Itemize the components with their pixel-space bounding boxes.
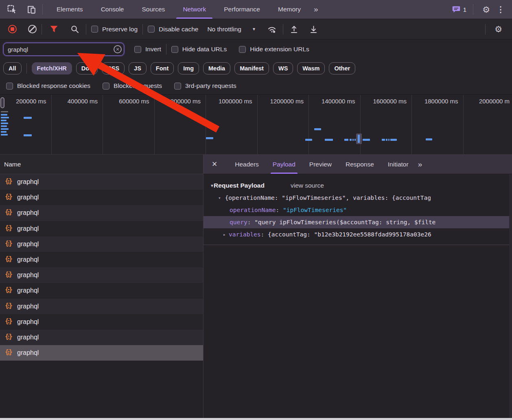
request-row[interactable]: graphql — [0, 190, 203, 205]
request-name: graphql — [17, 194, 39, 201]
filter-chip-font[interactable]: Font — [151, 62, 174, 74]
tab-network[interactable]: Network — [174, 0, 215, 19]
network-overview-timeline[interactable]: 200000 ms400000 ms600000 ms800000 ms1000… — [0, 94, 512, 155]
checkbox — [134, 46, 141, 53]
payload-entry-query[interactable]: query: "query ipFlowTimeseries($accountT… — [203, 216, 512, 228]
selected-request-bar — [358, 135, 360, 143]
checkbox — [103, 83, 109, 90]
filter-chip-all[interactable]: All — [3, 62, 22, 74]
filter-chip-media[interactable]: Media — [203, 62, 230, 74]
network-conditions-icon[interactable] — [266, 23, 278, 35]
payload-key: query — [230, 219, 247, 225]
filter-chip-img[interactable]: Img — [178, 62, 199, 74]
blocked-requests-checkbox[interactable]: Blocked requests — [103, 82, 162, 90]
details-tab-response[interactable]: Response — [339, 155, 381, 174]
preserve-log-checkbox[interactable]: Preserve log — [91, 26, 138, 33]
filter-chip-other[interactable]: Other — [329, 62, 355, 74]
kebab-menu-icon[interactable]: ⋮ — [494, 5, 507, 13]
payload-entry-variables[interactable]: ▸variables: {accountTag: "b12e3b2192ee55… — [203, 228, 512, 241]
json-icon — [5, 287, 13, 294]
filter-input[interactable] — [4, 46, 124, 53]
blocked-response-cookies-checkbox[interactable]: Blocked response cookies — [6, 82, 90, 90]
request-name: graphql — [17, 318, 39, 326]
request-timing-bar — [1, 131, 7, 133]
request-timing-bar — [206, 137, 213, 139]
request-row[interactable]: graphql — [0, 283, 203, 298]
name-column-header[interactable]: Name — [0, 155, 203, 174]
details-tab-headers[interactable]: Headers — [228, 155, 266, 174]
filter-chip-manifest[interactable]: Manifest — [234, 62, 269, 74]
clear-filter-icon[interactable]: ✕ — [114, 45, 122, 53]
details-scrollbar[interactable] — [509, 174, 512, 418]
payload-colon: : — [276, 207, 283, 213]
inspect-element-icon[interactable] — [6, 3, 18, 15]
request-row[interactable]: graphql — [0, 299, 203, 314]
search-icon[interactable] — [69, 23, 81, 35]
json-icon — [5, 225, 13, 232]
tab-performance[interactable]: Performance — [215, 0, 269, 19]
tab-elements[interactable]: Elements — [48, 0, 92, 19]
more-details-tabs-icon[interactable]: » — [418, 160, 422, 169]
request-row[interactable]: graphql — [0, 314, 203, 330]
collapse-triangle-icon[interactable]: ▾ — [211, 183, 213, 188]
disable-cache-checkbox[interactable]: Disable cache — [148, 26, 198, 33]
details-tab-payload[interactable]: Payload — [266, 155, 302, 174]
request-row[interactable]: graphql — [0, 174, 203, 190]
filter-chip-ws[interactable]: WS — [273, 62, 293, 74]
filter-chip-wasm[interactable]: Wasm — [297, 62, 325, 74]
details-tabs: HeadersPayloadPreviewResponseInitiator — [228, 155, 415, 174]
invert-checkbox[interactable]: Invert — [134, 46, 161, 53]
checkbox-label: Blocked response cookies — [17, 82, 90, 90]
request-timing-bar — [314, 128, 321, 130]
settings-gear-icon[interactable]: ⚙ — [478, 5, 494, 14]
payload-key: variables — [229, 231, 261, 238]
request-row[interactable]: graphql — [0, 205, 203, 221]
chevron-down-icon: ▼ — [252, 27, 256, 31]
throttling-dropdown[interactable]: No throttling ▼ — [207, 26, 256, 33]
close-details-icon[interactable]: ✕ — [212, 160, 217, 168]
import-har-icon[interactable] — [288, 23, 300, 35]
view-source-link[interactable]: view source — [291, 182, 324, 189]
request-timing-bar — [325, 139, 333, 141]
details-tab-initiator[interactable]: Initiator — [381, 155, 416, 174]
payload-preview-line[interactable]: ▾ {operationName: "ipFlowTimeseries", va… — [203, 192, 512, 204]
filter-chip-css[interactable]: CSS — [102, 62, 125, 74]
filter-chip-doc[interactable]: Doc — [76, 62, 98, 74]
payload-entry-operationName[interactable]: operationName: "ipFlowTimeseries" — [203, 204, 512, 216]
filter-chip-fetch-xhr[interactable]: Fetch/XHR — [32, 62, 72, 74]
request-row[interactable]: graphql — [0, 236, 203, 252]
tab-sources[interactable]: Sources — [133, 0, 174, 19]
request-timing-bar — [363, 139, 370, 141]
request-row[interactable]: graphql — [0, 330, 203, 345]
console-messages-button[interactable]: 1 — [452, 6, 466, 13]
request-row[interactable]: graphql — [0, 252, 203, 267]
hide-data-urls-checkbox[interactable]: Hide data URLs — [171, 46, 227, 53]
request-row[interactable]: graphql — [0, 267, 203, 283]
timeline-bars — [0, 95, 512, 154]
request-name: graphql — [17, 241, 39, 248]
request-row[interactable]: graphql — [0, 345, 203, 361]
json-icon — [5, 334, 13, 341]
tab-console[interactable]: Console — [92, 0, 133, 19]
expanded-triangle-icon[interactable]: ▾ — [218, 195, 221, 201]
request-name: graphql — [17, 349, 39, 357]
details-tabbar: ✕ HeadersPayloadPreviewResponseInitiator… — [203, 155, 512, 174]
more-tabs-icon[interactable]: » — [310, 5, 322, 14]
filter-chip-js[interactable]: JS — [129, 62, 147, 74]
json-icon — [5, 241, 13, 248]
network-settings-gear-icon[interactable]: ⚙ — [490, 25, 506, 33]
record-network-log-button[interactable] — [8, 25, 17, 33]
collapsed-triangle-icon[interactable]: ▸ — [223, 232, 229, 237]
3rd-party-requests-checkbox[interactable]: 3rd-party requests — [174, 82, 236, 90]
blocked-options-row: Blocked response cookiesBlocked requests… — [0, 77, 512, 94]
tab-memory[interactable]: Memory — [269, 0, 310, 19]
hide-extension-urls-checkbox[interactable]: Hide extension URLs — [239, 46, 309, 53]
filter-toggle-icon[interactable] — [48, 23, 60, 35]
device-toolbar-icon[interactable] — [25, 3, 37, 15]
details-tab-preview[interactable]: Preview — [302, 155, 339, 174]
timeline-scroll-handle[interactable] — [0, 97, 4, 108]
export-har-icon[interactable] — [308, 23, 320, 35]
request-row[interactable]: graphql — [0, 221, 203, 236]
main-tabs: ElementsConsoleSourcesNetworkPerformance… — [48, 0, 310, 19]
clear-network-log-button[interactable] — [28, 25, 37, 33]
